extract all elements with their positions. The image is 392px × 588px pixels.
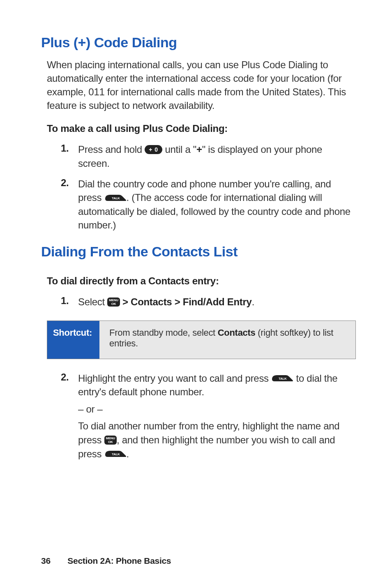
step-number: 1. — [61, 143, 78, 170]
step-item: 2. Dial the country code and phone numbe… — [61, 177, 356, 232]
step-text: . — [252, 296, 254, 307]
step-body: Dial the country code and phone number y… — [78, 177, 356, 232]
step-item: 1. Press and hold + 0 until a "+" is dis… — [61, 143, 356, 170]
or-divider: – or – — [78, 402, 356, 416]
shortcut-label: Shortcut: — [47, 321, 99, 359]
svg-text:TALK: TALK — [112, 196, 120, 200]
step-item: 2. Highlight the entry you want to call … — [61, 371, 356, 464]
page-number: 36 — [41, 556, 51, 566]
shortcut-callout: Shortcut: From standby mode, select Cont… — [47, 321, 356, 359]
steps-list-contacts-cont: 2. Highlight the entry you want to call … — [41, 371, 359, 464]
step-number: 2. — [61, 371, 78, 464]
step-text: until a " — [165, 144, 197, 155]
step-number: 1. — [61, 295, 78, 309]
document-page: Plus (+) Code Dialing When placing inter… — [0, 0, 392, 588]
talk-key-icon: TALK — [104, 449, 127, 458]
menu-ok-key-icon: MENUOK — [104, 436, 117, 445]
step-text: Select — [78, 296, 107, 307]
intro-paragraph: When placing international calls, you ca… — [47, 58, 356, 112]
step-body: Select MENUOK > Contacts > Find/Add Entr… — [78, 295, 356, 309]
talk-key-icon: TALK — [271, 374, 293, 383]
svg-text:TALK: TALK — [279, 377, 287, 380]
section-label: Section 2A: Phone Basics — [67, 556, 171, 565]
heading-dialing-contacts: Dialing From the Contacts List — [41, 244, 359, 260]
shortcut-body: From standby mode, select Contacts (righ… — [99, 321, 355, 359]
step-item: 1. Select MENUOK > Contacts > Find/Add E… — [61, 295, 356, 309]
talk-key-icon: TALK — [104, 193, 127, 202]
subhead-plus-code: To make a call using Plus Code Dialing: — [47, 123, 359, 134]
step-number: 2. — [61, 177, 78, 232]
step-text: Press and hold — [78, 144, 145, 155]
page-footer: 36 Section 2A: Phone Basics — [41, 556, 171, 566]
step-body: Press and hold + 0 until a "+" is displa… — [78, 143, 356, 170]
steps-list-contacts: 1. Select MENUOK > Contacts > Find/Add E… — [41, 295, 359, 309]
zero-plus-key-icon: + 0 — [145, 145, 162, 154]
shortcut-text-bold: Contacts — [218, 327, 256, 338]
shortcut-text: From standby mode, select — [109, 327, 218, 338]
steps-list-plus-code: 1. Press and hold + 0 until a "+" is dis… — [41, 143, 359, 232]
subhead-dial-contacts: To dial directly from a Contacts entry: — [47, 275, 359, 287]
step-body: Highlight the entry you want to call and… — [78, 371, 356, 464]
svg-text:TALK: TALK — [112, 452, 120, 456]
menu-ok-key-icon: MENUOK — [107, 297, 120, 307]
plus-symbol: + — [196, 144, 202, 155]
menu-path: > Contacts > Find/Add Entry — [122, 296, 252, 307]
step-text: Highlight the entry you want to call and… — [78, 373, 271, 384]
heading-plus-code-dialing: Plus (+) Code Dialing — [41, 35, 359, 51]
step-text: . — [127, 448, 129, 459]
